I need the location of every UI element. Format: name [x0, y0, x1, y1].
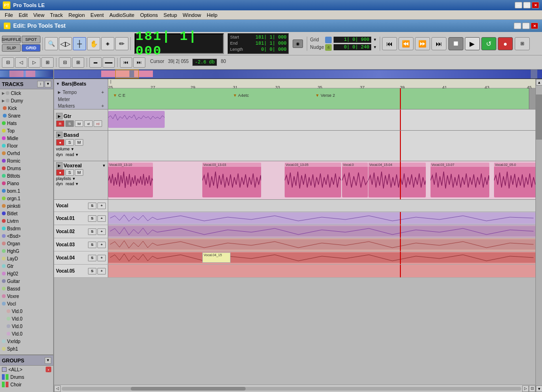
vocal01-clip[interactable] [108, 213, 535, 223]
grid-dropdown[interactable]: ▼ [373, 38, 377, 42]
minimize-button[interactable]: ─ [515, 2, 522, 8]
track-item-hg02[interactable]: Hg02 [0, 270, 53, 277]
trim-tool[interactable]: ◁▷ [59, 37, 72, 50]
shuffle-button[interactable]: SHUFFLE [2, 36, 21, 43]
v-scroll-track[interactable] [536, 86, 542, 385]
track-item-voxre[interactable]: Voxre [0, 292, 53, 300]
menu-audiosuite[interactable]: AudioSuite [106, 11, 137, 19]
tempo-add-button[interactable]: + [101, 90, 104, 95]
monitor-in-button[interactable]: ◉ [293, 39, 303, 48]
h-scroll-track[interactable] [62, 387, 521, 391]
voxreal-clip-3[interactable]: Vocal.03_13-05 [285, 163, 341, 197]
track-item-floor[interactable]: Floor [0, 142, 53, 149]
voxreal-clip-5[interactable]: Vocal.04_15-04 [368, 163, 426, 197]
groups-options-button[interactable]: ▼ [45, 357, 51, 364]
bars-beats-header[interactable]: ▼ Bars|Beats [54, 79, 108, 88]
voxreal-dyn-dropdown[interactable]: ▼ [75, 182, 79, 186]
v-scroll-thumb[interactable] [536, 94, 542, 140]
tracks-sort-button[interactable]: ↕ [37, 81, 44, 87]
menu-region[interactable]: Region [65, 11, 88, 19]
tracks-options-button[interactable]: ▼ [45, 81, 51, 87]
bassd-rec-button[interactable]: ● [56, 139, 64, 146]
maximize-button[interactable]: □ [523, 2, 531, 8]
voxreal-clip-1[interactable]: Vocal.03_13-10 [108, 163, 153, 197]
select-tool[interactable]: ┼ [73, 37, 86, 50]
scroll-up-button[interactable]: ▲ [536, 79, 542, 86]
track-item-top[interactable]: Top [0, 127, 53, 134]
menu-options[interactable]: Options [137, 11, 161, 19]
zoom-h-fwd[interactable]: ▷ [28, 57, 40, 68]
track-height-small[interactable]: ▬ [89, 57, 102, 68]
track-item-orgn[interactable]: orgn.1 [0, 195, 53, 202]
menu-setup[interactable]: Setup [161, 11, 180, 19]
scroll-tracks[interactable]: ▶ Gtr R S M vl rd [54, 110, 535, 384]
bassd-mute-button[interactable]: M [75, 139, 83, 146]
grid-button[interactable]: GRID [22, 44, 40, 52]
return-to-start-button[interactable]: ⏮ [382, 37, 397, 50]
track-item-vld3[interactable]: Vld.0 [0, 322, 53, 330]
gtr-solo-button[interactable]: M [75, 120, 83, 127]
voxreal-dropdown[interactable]: ▼ [102, 164, 106, 168]
zoom-in-button[interactable]: ⊞ [41, 57, 54, 68]
menu-window[interactable]: Window [180, 11, 204, 19]
track-item-romic[interactable]: Romic [0, 157, 53, 165]
rewind-button[interactable]: ⏪ [399, 37, 414, 50]
fast-forward-button[interactable]: ⏩ [415, 37, 430, 50]
record-button[interactable]: ● [498, 37, 513, 50]
voxreal-mute-button[interactable]: M [75, 169, 83, 176]
bassd-dyn-dropdown[interactable]: ▼ [75, 153, 79, 157]
zoom-out-button[interactable]: ⊟ [2, 57, 14, 68]
edit-close-button[interactable]: ✕ [531, 23, 538, 29]
close-button[interactable]: ✕ [532, 2, 539, 8]
track-item-sph1[interactable]: Sph1 [0, 345, 53, 353]
vocal01-sub-s[interactable]: S [88, 215, 96, 222]
group-item-choir[interactable]: Choir [0, 381, 53, 388]
markers-item[interactable]: Markers + [54, 102, 108, 109]
track-item-piano[interactable]: Piano [0, 180, 53, 187]
vocal01-sub-plus[interactable]: + [97, 215, 106, 222]
vocal-sub-plus[interactable]: + [97, 203, 106, 209]
zoom-to-fit-button[interactable]: ⊡ [529, 385, 535, 392]
scroll-left-button[interactable]: ◁ [54, 385, 61, 392]
loop-button[interactable]: ↺ [481, 37, 496, 50]
track-item-btltots[interactable]: Btltots [0, 172, 53, 180]
menu-help[interactable]: Help [204, 11, 220, 19]
track-item-bassd[interactable]: Bassd [0, 285, 53, 292]
track-item-click[interactable]: ▶ Click [0, 89, 53, 97]
overview-full-strip[interactable] [54, 70, 542, 79]
vocal02-sub-s[interactable]: S [88, 228, 96, 235]
menu-edit[interactable]: Edit [16, 11, 31, 19]
track-height-large[interactable]: ▬▬ [103, 57, 115, 68]
track-item-dumy[interactable]: ▶ Dumy [0, 97, 53, 104]
vocal-sub-s[interactable]: S [88, 203, 96, 209]
track-item-ovrhd[interactable]: Ovrhd [0, 149, 53, 157]
gtr-expand-button[interactable]: ▶ [56, 113, 63, 119]
track-item-guitar[interactable]: Guitar [0, 277, 53, 285]
vocal03-sub-plus[interactable]: + [97, 242, 106, 248]
vocal04-small-clip[interactable]: Vocal.04_15 [202, 252, 231, 263]
track-item-snare[interactable]: Snare [0, 112, 53, 119]
scroll-right-button[interactable]: ▷ [522, 385, 529, 392]
stop-button[interactable]: ■ [448, 37, 463, 50]
gtr-rd-button[interactable]: rd [94, 120, 102, 127]
zoom-v-out[interactable]: ⊟ [59, 57, 71, 68]
play-button[interactable]: ▶ [465, 37, 480, 50]
edit-minimize-button[interactable]: ─ [514, 23, 521, 29]
voxreal-expand-button[interactable]: ▶ [56, 162, 63, 169]
grab-tool[interactable]: ✋ [87, 37, 100, 50]
track-item-vxrldp[interactable]: Vxrldp [0, 337, 53, 345]
vocal04-sub-plus[interactable]: + [97, 255, 106, 261]
track-item-layd[interactable]: LayD [0, 255, 53, 262]
gtr-mute-button[interactable]: S [65, 120, 74, 127]
markers-add-button[interactable]: + [101, 103, 104, 109]
voxreal-rec-button[interactable]: ● [56, 169, 64, 176]
menu-track[interactable]: Track [47, 11, 65, 19]
group-item-all[interactable]: <ALL> • [0, 366, 53, 373]
track-item-pinksti[interactable]: pinksti [0, 202, 53, 210]
zoom-v-in[interactable]: ⊞ [72, 57, 84, 68]
voxreal-solo-button[interactable]: S [65, 169, 74, 176]
zoom-h-back[interactable]: ◁ [15, 57, 27, 68]
prev-region-button[interactable]: ⏮ [120, 57, 132, 68]
bassd-expand-button[interactable]: ▶ [56, 132, 63, 138]
vocal02-sub-plus[interactable]: + [97, 228, 106, 235]
